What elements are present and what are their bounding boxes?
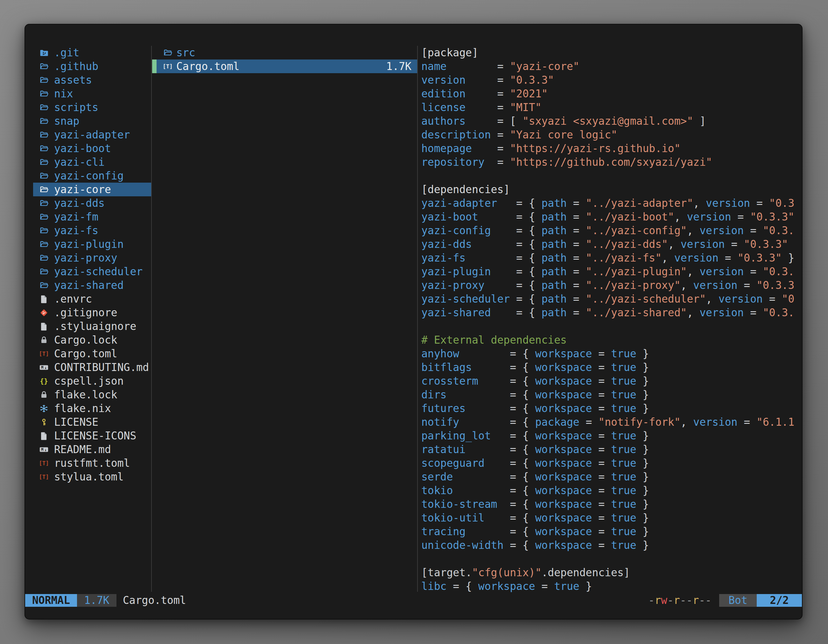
folder-row[interactable]: scripts: [33, 100, 151, 114]
entry-label: Cargo.toml: [176, 60, 240, 73]
folder-row[interactable]: yazi-fs: [33, 224, 151, 237]
folder-row[interactable]: .github: [33, 60, 151, 73]
folder-row[interactable]: yazi-config: [33, 169, 151, 183]
file-row[interactable]: [T]rustfmt.toml: [33, 456, 151, 470]
folder-icon: [39, 130, 49, 140]
preview-line: tokio-util = { workspace = true }: [421, 511, 803, 525]
entry-label: yazi-boot: [54, 142, 111, 155]
preview-line: repository = "https://github.com/sxyazi/…: [421, 155, 803, 169]
entry-label: yazi-config: [54, 169, 124, 183]
folder-row[interactable]: assets: [33, 73, 151, 87]
file-row[interactable]: Cargo.lock: [33, 333, 151, 347]
entry-label: .github: [54, 60, 98, 73]
folder-row[interactable]: yazi-dds: [33, 196, 151, 210]
entry-label: flake.lock: [54, 388, 118, 401]
file-row[interactable]: flake.nix: [33, 401, 151, 415]
status-bar: NORMAL 1.7K Cargo.toml -rw-r--r-- Bot 2/…: [25, 594, 802, 607]
file-row[interactable]: .envrc: [33, 292, 151, 306]
folder-row[interactable]: src: [152, 46, 417, 60]
doc-icon: [39, 431, 49, 441]
folder-row[interactable]: yazi-proxy: [33, 251, 151, 265]
preview-line: unicode-width = { workspace = true }: [421, 538, 803, 552]
preview-line: license = "MIT": [421, 100, 803, 114]
entry-label: LICENSE-ICONS: [54, 429, 136, 443]
folder-row[interactable]: yazi-core: [33, 183, 151, 196]
svg-text:M: M: [41, 447, 43, 452]
entry-label: snap: [54, 114, 79, 128]
svg-text:M: M: [41, 365, 43, 370]
file-row[interactable]: [T]Cargo.toml1.7K: [152, 60, 417, 73]
toml-icon: [T]: [163, 62, 172, 71]
preview-line: [dependencies]: [421, 183, 803, 196]
preview-line: yazi-adapter = { path = "../yazi-adapter…: [421, 196, 803, 210]
folder-row[interactable]: snap: [33, 114, 151, 128]
file-row[interactable]: [T]Cargo.toml: [33, 347, 151, 360]
folder-row[interactable]: yazi-scheduler: [33, 265, 151, 278]
folder-row[interactable]: yazi-shared: [33, 278, 151, 292]
entry-label: yazi-plugin: [54, 237, 124, 251]
file-row[interactable]: {}cspell.json: [33, 374, 151, 388]
entry-label: yazi-core: [54, 183, 111, 196]
entry-label: assets: [54, 73, 92, 87]
file-row[interactable]: .styluaignore: [33, 320, 151, 333]
file-row[interactable]: flake.lock: [33, 388, 151, 401]
file-row[interactable]: M ↓CONTRIBUTING.md: [33, 360, 151, 374]
preview-line: dirs = { workspace = true }: [421, 388, 803, 401]
folder-icon: [39, 116, 49, 126]
entry-label: yazi-fs: [54, 224, 98, 237]
file-row[interactable]: M ↓README.md: [33, 443, 151, 456]
entry-label: .envrc: [54, 292, 92, 306]
folder-icon: [39, 75, 49, 85]
preview-line: description = "Yazi core logic": [421, 128, 803, 142]
preview-line: serde = { workspace = true }: [421, 470, 803, 484]
entry-label: .styluaignore: [54, 320, 136, 333]
entry-label: LICENSE: [54, 415, 98, 429]
entry-label: cspell.json: [54, 374, 124, 388]
folder-row[interactable]: yazi-boot: [33, 142, 151, 155]
file-preview-pane[interactable]: [package]name = "yazi-core"version = "0.…: [421, 46, 803, 594]
preview-line: name = "yazi-core": [421, 60, 803, 73]
folder-icon: [39, 158, 49, 167]
folder-icon: [39, 212, 49, 222]
file-row[interactable]: LICENSE: [33, 415, 151, 429]
toml-icon: [T]: [39, 459, 49, 468]
folder-icon: [39, 103, 49, 112]
folder-row[interactable]: yazi-fm: [33, 210, 151, 224]
file-row[interactable]: [T]stylua.toml: [33, 470, 151, 484]
folder-row[interactable]: yazi-cli: [33, 155, 151, 169]
preview-line: [package]: [421, 46, 803, 60]
preview-line: # External dependencies: [421, 333, 803, 347]
preview-line: tokio-stream = { workspace = true }: [421, 497, 803, 511]
preview-line: notify = { package = "notify-fork", vers…: [421, 415, 803, 429]
entry-size: 1.7K: [386, 60, 417, 73]
entry-label: Cargo.toml: [54, 347, 118, 360]
folder-icon: [39, 144, 49, 154]
mode-indicator: NORMAL: [25, 594, 77, 607]
file-row[interactable]: LICENSE-ICONS: [33, 429, 151, 443]
folder-row[interactable]: yazi-plugin: [33, 237, 151, 251]
toml-icon: [T]: [39, 472, 49, 482]
file-row[interactable]: .gitignore: [33, 306, 151, 320]
preview-line: version = "0.3.3": [421, 73, 803, 87]
preview-line: yazi-dds = { path = "../yazi-dds", versi…: [421, 237, 803, 251]
scroll-position-indicator: Bot: [719, 594, 757, 607]
folder-icon: [39, 171, 49, 181]
nix-icon: [39, 404, 49, 413]
git-folder-icon: [39, 48, 49, 58]
preview-line: yazi-boot = { path = "../yazi-boot", ver…: [421, 210, 803, 224]
folder-row[interactable]: .git: [33, 46, 151, 60]
folder-icon: [39, 226, 49, 235]
current-directory-pane: src[T]Cargo.toml1.7K: [152, 46, 417, 74]
preview-line: tokio = { workspace = true }: [421, 484, 803, 497]
entry-label: yazi-shared: [54, 278, 124, 292]
toml-icon: [T]: [39, 349, 49, 359]
parent-directory-pane: .git .github assets nix scripts snap yaz…: [33, 46, 151, 484]
lock-icon: [39, 390, 49, 400]
entry-label: yazi-proxy: [54, 251, 118, 265]
preview-line: [target."cfg(unix)".dependencies]: [421, 566, 803, 580]
folder-row[interactable]: nix: [33, 87, 151, 100]
folder-row[interactable]: yazi-adapter: [33, 128, 151, 142]
preview-line: futures = { workspace = true }: [421, 401, 803, 415]
entry-label: .git: [54, 46, 79, 60]
doc-icon: [39, 294, 49, 304]
